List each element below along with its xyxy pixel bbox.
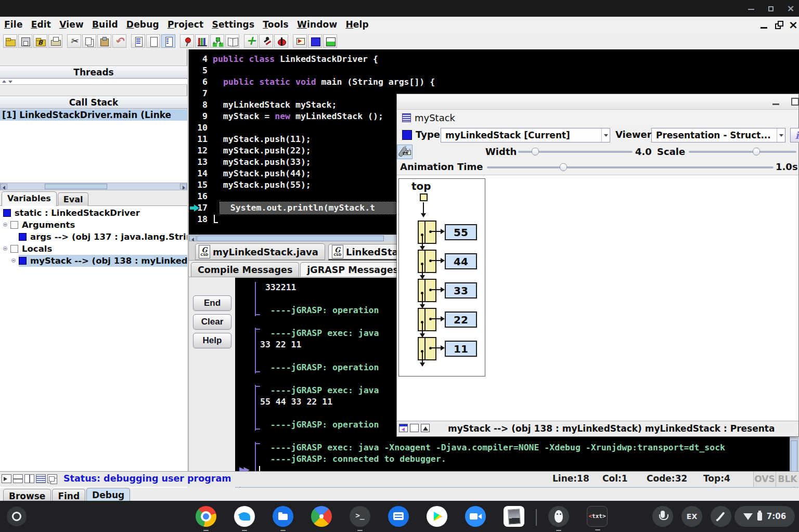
threads-splitter[interactable] <box>0 79 187 85</box>
open-file-icon[interactable] <box>3 34 17 48</box>
scale-slider[interactable] <box>689 151 796 153</box>
chevron-down-icon[interactable] <box>601 128 610 142</box>
scroll-left-icon[interactable] <box>189 236 196 241</box>
goto-icon[interactable] <box>2 474 11 483</box>
menu-item[interactable]: Build <box>88 17 122 30</box>
detach-viewer-icon[interactable] <box>399 424 408 432</box>
photos-icon[interactable] <box>311 506 332 527</box>
clear-button[interactable]: Clear <box>193 314 231 330</box>
help-button[interactable]: Help <box>193 333 231 348</box>
menu-item[interactable]: Debug <box>122 17 163 30</box>
viewer-title-bar[interactable] <box>397 94 798 110</box>
screenshot-preview-icon[interactable] <box>504 506 524 527</box>
twitter-icon[interactable] <box>234 506 255 527</box>
frame-close-icon[interactable]: × <box>787 4 795 12</box>
scroll-thumb[interactable] <box>45 184 107 189</box>
launcher-icon[interactable] <box>7 507 27 526</box>
variable-row[interactable]: Locals <box>0 243 187 255</box>
variable-row[interactable]: myStack --> (obj 138 : myLinked <box>0 255 187 267</box>
csd-view-icon[interactable] <box>131 34 145 48</box>
menu-item[interactable]: Settings <box>208 17 259 30</box>
linux-penguin-icon[interactable] <box>548 506 569 527</box>
variables-tab[interactable]: Variables <box>2 191 57 206</box>
type-dropdown[interactable]: myLinkedStack [Current] <box>441 128 610 142</box>
expander-icon[interactable] <box>3 246 7 251</box>
message-tab[interactable]: Compile Messages <box>191 262 299 277</box>
expander-icon[interactable] <box>3 223 7 227</box>
cut-icon[interactable]: ✂ <box>67 34 81 48</box>
source-view-icon[interactable] <box>146 34 160 48</box>
slider-thumb[interactable] <box>560 163 567 171</box>
complexity-profile-icon[interactable] <box>195 34 209 48</box>
debug-icon[interactable] <box>274 34 288 48</box>
window-close-icon[interactable]: × <box>788 19 799 31</box>
terminal-icon[interactable]: >_ <box>350 506 370 527</box>
menu-item[interactable]: Project <box>163 17 208 30</box>
menu-item[interactable]: View <box>55 17 88 30</box>
scroll-right-icon[interactable] <box>180 184 187 189</box>
undo-icon[interactable]: ↶ <box>112 34 126 48</box>
slider-thumb[interactable] <box>753 148 760 155</box>
viewer-maximize-icon[interactable] <box>791 98 799 106</box>
collapse-up-icon[interactable] <box>2 80 6 83</box>
shelf-separator[interactable] <box>536 509 537 526</box>
split-vertical-icon[interactable] <box>24 474 34 483</box>
cascade-windows-icon[interactable] <box>47 474 57 483</box>
save-file-icon[interactable] <box>18 34 32 48</box>
play-store-icon[interactable] <box>427 506 447 527</box>
files-icon[interactable] <box>273 506 293 527</box>
camera-icon[interactable] <box>465 506 486 527</box>
compile-icon[interactable]: + <box>244 34 258 48</box>
run-io-icon[interactable] <box>323 34 337 48</box>
info-button[interactable]: i <box>790 128 799 142</box>
browse-files-icon[interactable]: B <box>33 34 47 48</box>
messages-icon[interactable] <box>388 506 409 527</box>
scope-icon[interactable]: ↔ <box>397 145 413 159</box>
end-button[interactable]: End <box>193 295 231 311</box>
file-tab[interactable]: GCSD LinkedSta <box>328 244 405 261</box>
blank-viewer-icon[interactable] <box>410 424 419 432</box>
scale-to-fit-icon[interactable] <box>421 424 430 432</box>
scroll-thumb[interactable] <box>197 236 384 241</box>
frame-minimize-icon[interactable] <box>747 4 755 12</box>
chevron-down-icon[interactable] <box>777 128 785 142</box>
mode-tab[interactable]: Debug <box>86 488 130 502</box>
scroll-left-icon[interactable] <box>1 184 7 189</box>
menu-item[interactable]: Help <box>341 17 373 30</box>
messages-view-icon[interactable] <box>36 474 46 483</box>
run-presentation-icon[interactable] <box>293 34 307 48</box>
microphone-icon[interactable] <box>652 506 673 527</box>
variable-row[interactable]: static : LinkedStackDriver <box>0 207 187 219</box>
workbench-icon[interactable] <box>308 34 322 48</box>
animation-slider[interactable] <box>487 166 774 168</box>
system-tray[interactable]: 7:06 <box>734 506 795 527</box>
window-minimize-icon[interactable] <box>758 19 770 31</box>
viewer-minimize-icon[interactable] <box>772 103 779 105</box>
frame-restore-icon[interactable] <box>767 4 775 12</box>
stylus-icon[interactable] <box>711 506 731 527</box>
menu-item[interactable]: Window <box>293 17 341 30</box>
print-icon[interactable] <box>48 34 62 48</box>
call-stack-hscrollbar[interactable] <box>0 183 187 190</box>
menu-item[interactable]: Tools <box>259 17 293 30</box>
run-icon[interactable] <box>259 34 273 48</box>
uml-structure-icon[interactable] <box>210 34 224 48</box>
split-horizontal-icon[interactable] <box>13 474 23 483</box>
slider-thumb[interactable] <box>532 148 539 155</box>
numbered-view-icon[interactable] <box>161 34 175 48</box>
width-slider[interactable] <box>518 151 633 153</box>
variable-row[interactable]: Arguments <box>0 219 187 231</box>
ex-badge[interactable]: EX <box>681 506 702 527</box>
call-stack-item[interactable]: [1] LinkedStackDriver.main (Linke <box>0 109 187 121</box>
documentation-icon[interactable] <box>225 34 239 48</box>
menu-item[interactable]: File <box>0 17 27 30</box>
chrome-icon[interactable] <box>196 506 216 527</box>
message-tab[interactable]: jGRASP Messages <box>300 262 405 277</box>
pin-window-icon[interactable] <box>180 34 194 48</box>
viewer-dropdown[interactable]: Presentation - Struct... <box>651 128 785 142</box>
paste-icon[interactable] <box>97 34 111 48</box>
expander-icon[interactable] <box>11 258 16 263</box>
menu-item[interactable]: Edit <box>27 17 56 30</box>
file-tab[interactable]: GCSD myLinkedStack.java <box>195 243 325 260</box>
variables-tab[interactable]: Eval <box>58 192 89 206</box>
